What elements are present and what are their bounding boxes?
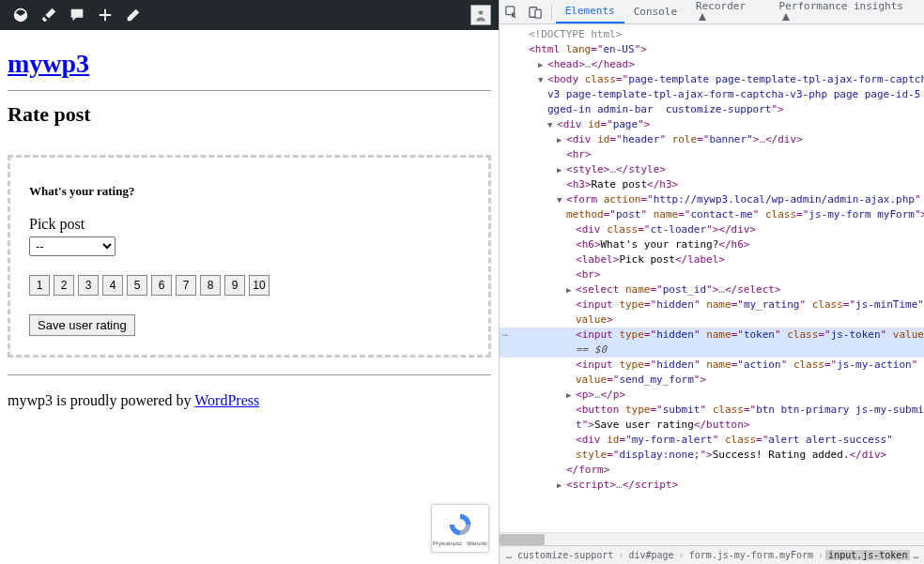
brush-icon[interactable] [36,3,62,27]
tab-elements[interactable]: Elements [556,0,624,23]
inspect-element-icon[interactable] [500,0,523,24]
site-title-link[interactable]: mywp3 [8,49,89,78]
divider [8,90,491,91]
rating-6[interactable]: 6 [151,275,172,296]
rating-7[interactable]: 7 [176,275,196,296]
footer-credit: mywp3 is proudly powered by WordPress [8,392,491,409]
rating-1[interactable]: 1 [29,275,50,296]
rating-buttons: 1 2 3 4 5 6 7 8 9 10 [29,275,470,296]
pencil-icon[interactable] [120,3,146,27]
tab-console[interactable]: Console [624,1,686,23]
dom-breadcrumb[interactable]: … customize-support› div#page› form.js-m… [500,545,924,564]
rating-9[interactable]: 9 [224,275,245,296]
form-question: What's your rating? [29,184,470,199]
site-preview: mywp3 Rate post What's your rating? Pick… [0,0,500,564]
comment-icon[interactable] [64,3,90,27]
post-select[interactable]: -- [29,236,116,256]
horizontal-scrollbar[interactable] [500,532,924,545]
dashboard-icon[interactable] [8,3,34,27]
wp-admin-bar [0,0,499,30]
avatar[interactable] [470,5,491,25]
devtools-header: Elements Console Recorder Performance in… [500,0,924,24]
wordpress-link[interactable]: WordPress [194,392,259,408]
device-toggle-icon[interactable] [523,0,547,24]
rating-form: What's your rating? Pick post -- 1 2 3 4… [8,155,491,358]
svg-point-0 [479,10,484,15]
recaptcha-badge[interactable]: Prywatność · Warunki [431,504,489,553]
dom-tree[interactable]: <!DOCTYPE html> <html lang="en-US"> ▶<he… [500,24,924,532]
rating-4[interactable]: 4 [102,275,123,296]
rating-10[interactable]: 10 [249,275,270,296]
post-select-label: Pick post [29,216,470,233]
page-title: Rate post [8,102,491,127]
rating-8[interactable]: 8 [200,275,221,296]
rating-3[interactable]: 3 [78,275,99,296]
devtools-panel: Elements Console Recorder Performance in… [500,0,924,564]
selected-dom-node[interactable]: ⋯<input type="hidden" name="token" class… [500,328,924,343]
rating-5[interactable]: 5 [127,275,147,296]
save-rating-button[interactable]: Save user rating [29,314,135,336]
rating-2[interactable]: 2 [54,275,74,296]
divider [8,374,491,375]
svg-rect-3 [535,9,541,18]
plus-icon[interactable] [92,3,118,27]
